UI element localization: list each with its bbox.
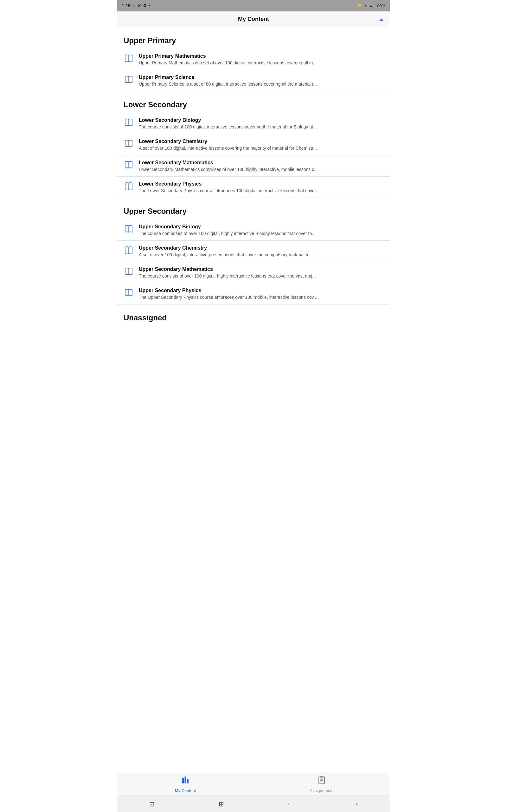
course-text-up-math: Upper Primary Mathematics Upper Primary … [139, 53, 383, 65]
course-text-us-biology: Upper Secondary Biology The course compr… [139, 224, 383, 236]
book-icon-us-math [124, 267, 134, 276]
section-upper-primary: Upper Primary [117, 27, 390, 49]
battery-display: 100% [375, 3, 385, 8]
section-lower-secondary: Lower Secondary [117, 91, 390, 113]
course-name-us-physics: Upper Secondary Physics [139, 288, 383, 293]
book-icon-ls-math [124, 160, 134, 169]
signal-icon: ✈ [363, 3, 367, 8]
course-desc-ls-physics: The Lower Secondary Physics course intro… [139, 188, 383, 193]
home-grid-icon[interactable]: ⊞ [212, 798, 230, 810]
main-content: Upper Primary Upper Primary Mathematics … [117, 27, 390, 812]
section-title-lower-secondary: Lower Secondary [124, 100, 187, 109]
my-content-icon [181, 776, 190, 787]
course-text-us-chemistry: Upper Secondary Chemistry A set of over … [139, 245, 383, 257]
android-icon: ● [132, 3, 135, 8]
course-text-up-science: Upper Primary Science Upper Primary Scie… [139, 74, 383, 87]
course-item-us-physics[interactable]: Upper Secondary Physics The Upper Second… [117, 283, 390, 305]
assignments-icon [318, 776, 326, 787]
back-icon[interactable]: ‹ [349, 798, 364, 810]
status-right: 🔑 ✈ ▲ 100% [356, 3, 385, 8]
svg-rect-11 [185, 776, 186, 783]
course-item-up-science[interactable]: Upper Primary Science Upper Primary Scie… [117, 70, 390, 91]
tab-my-content[interactable]: My Content [117, 773, 253, 796]
recent-apps-icon[interactable]: ⊡ [143, 798, 161, 810]
status-left: 1:15 ● ✕ ⚙ • [122, 3, 150, 8]
course-name-us-biology: Upper Secondary Biology [139, 224, 383, 230]
x-icon: ✕ [137, 3, 141, 8]
course-desc-us-physics: The Upper Secondary Physics course embra… [139, 295, 383, 300]
course-text-ls-biology: Lower Secondary Biology The course consi… [139, 117, 383, 130]
course-desc-up-math: Upper Primary Mathematics is a set of ov… [139, 60, 383, 65]
course-name-ls-physics: Lower Secondary Physics [139, 181, 383, 187]
book-icon-ls-physics [124, 182, 134, 191]
svg-rect-10 [182, 778, 184, 783]
section-title-upper-secondary: Upper Secondary [124, 207, 187, 215]
section-unassigned: Unassigned [117, 305, 390, 326]
course-desc-ls-biology: The course consists of 100 digital, inte… [139, 124, 383, 130]
book-icon-ls-biology [124, 118, 134, 127]
time-display: 1:15 [122, 3, 130, 8]
course-name-up-math: Upper Primary Mathematics [139, 53, 383, 59]
svg-rect-12 [187, 779, 188, 783]
course-item-ls-math[interactable]: Lower Secondary Mathematics Lower Second… [117, 155, 390, 177]
course-item-us-biology[interactable]: Upper Secondary Biology The course compr… [117, 219, 390, 241]
course-desc-us-biology: The course comprises of over 100 digital… [139, 231, 383, 236]
wifi-icon: ▲ [369, 3, 373, 8]
course-text-ls-chemistry: Lower Secondary Chemistry A set of over … [139, 139, 383, 151]
section-title-upper-primary: Upper Primary [124, 36, 176, 45]
top-nav: My Content ≡ [117, 11, 390, 27]
course-name-us-chemistry: Upper Secondary Chemistry [139, 245, 383, 251]
course-desc-ls-math: Lower Secondary Mathematics comprises of… [139, 167, 383, 172]
book-icon-up-math [124, 54, 134, 63]
home-square-icon[interactable]: ○ [281, 798, 298, 810]
tab-my-content-label: My Content [175, 788, 196, 793]
course-name-ls-biology: Lower Secondary Biology [139, 117, 383, 123]
bottom-tab-bar: My Content Assignments [117, 773, 390, 796]
section-upper-secondary: Upper Secondary [117, 198, 390, 219]
course-name-ls-chemistry: Lower Secondary Chemistry [139, 139, 383, 144]
page-title: My Content [238, 16, 269, 22]
course-name-us-math: Upper Secondary Mathematics [139, 266, 383, 272]
book-icon-ls-chemistry [124, 139, 134, 148]
course-text-ls-physics: Lower Secondary Physics The Lower Second… [139, 181, 383, 193]
course-desc-us-chemistry: A set of over 100 digital, interactive p… [139, 252, 383, 257]
book-icon-us-biology [124, 224, 134, 234]
dot-icon: • [149, 3, 151, 8]
book-icon-us-physics [124, 288, 134, 297]
key-icon: 🔑 [356, 3, 361, 8]
course-text-ls-math: Lower Secondary Mathematics Lower Second… [139, 160, 383, 172]
course-text-us-physics: Upper Secondary Physics The Upper Second… [139, 288, 383, 300]
course-item-ls-physics[interactable]: Lower Secondary Physics The Lower Second… [117, 177, 390, 198]
course-item-us-chemistry[interactable]: Upper Secondary Chemistry A set of over … [117, 241, 390, 262]
course-text-us-math: Upper Secondary Mathematics The course c… [139, 266, 383, 278]
book-icon-us-chemistry [124, 246, 134, 255]
tab-assignments[interactable]: Assignments [253, 773, 390, 796]
status-bar: 1:15 ● ✕ ⚙ • 🔑 ✈ ▲ 100% [117, 0, 390, 11]
course-name-up-science: Upper Primary Science [139, 74, 383, 80]
section-title-unassigned: Unassigned [124, 313, 167, 322]
system-nav-bar: ⊡ ⊞ ○ ‹ [117, 796, 390, 812]
svg-rect-13 [319, 777, 325, 784]
course-item-ls-biology[interactable]: Lower Secondary Biology The course consi… [117, 113, 390, 134]
course-item-us-math[interactable]: Upper Secondary Mathematics The course c… [117, 262, 390, 283]
course-item-up-math[interactable]: Upper Primary Mathematics Upper Primary … [117, 49, 390, 70]
menu-icon[interactable]: ≡ [379, 15, 383, 23]
tab-assignments-label: Assignments [310, 788, 333, 793]
course-desc-us-math: The course consists of over 100 digital,… [139, 273, 383, 278]
course-desc-ls-chemistry: A set of over 100 digital, interactive l… [139, 146, 383, 151]
book-icon-up-science [124, 75, 134, 84]
course-item-ls-chemistry[interactable]: Lower Secondary Chemistry A set of over … [117, 134, 390, 155]
settings-icon: ⚙ [143, 3, 147, 8]
course-name-ls-math: Lower Secondary Mathematics [139, 160, 383, 165]
course-desc-up-science: Upper Primary Science is a set of 80 dig… [139, 82, 383, 87]
